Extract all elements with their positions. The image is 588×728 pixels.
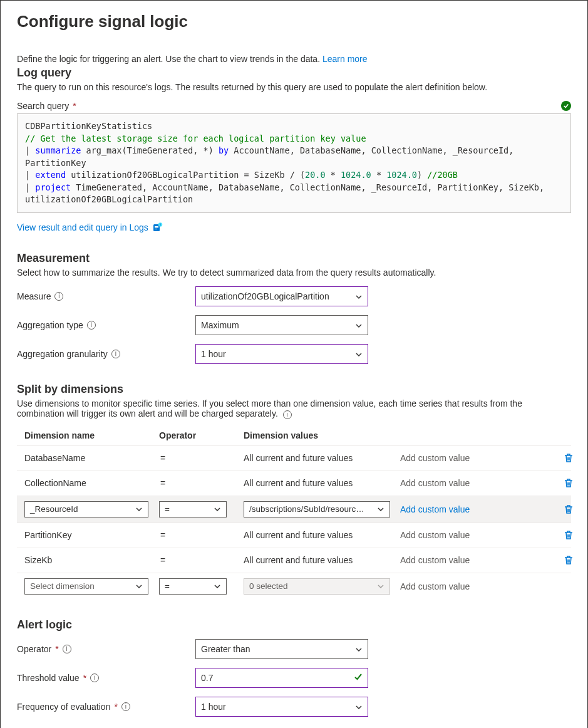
col-dimension-name: Dimension name <box>24 430 159 440</box>
info-icon[interactable]: i <box>121 702 130 711</box>
section-alert-logic: Alert logic <box>17 618 571 632</box>
logs-icon <box>152 222 163 233</box>
check-icon <box>354 672 363 683</box>
dimension-operator: = <box>159 530 244 540</box>
chevron-down-icon <box>355 350 363 358</box>
dimension-name-select[interactable]: _ResourceId <box>24 501 148 517</box>
dimension-row: _ResourceId = /subscriptions/SubId/resou… <box>17 496 571 523</box>
dimension-operator: = <box>159 453 244 463</box>
dimension-operator-select[interactable]: = <box>159 501 227 517</box>
dimensions-desc: Use dimensions to monitor specific time … <box>17 398 522 419</box>
frequency-label: Frequency of evaluation <box>17 702 110 712</box>
measurement-desc: Select how to summarize the results. We … <box>17 268 571 278</box>
col-operator: Operator <box>159 430 244 440</box>
chevron-down-icon <box>135 583 143 590</box>
delete-icon[interactable] <box>563 554 574 566</box>
add-custom-value[interactable]: Add custom value <box>400 453 470 463</box>
dimension-row: SizeKb = All current and future values A… <box>17 548 571 573</box>
dimension-value-select[interactable]: /subscriptions/SubId/resourc… <box>244 501 390 517</box>
info-icon[interactable]: i <box>54 292 63 301</box>
dimension-row-new: Select dimension = 0 selected Add custom… <box>17 573 571 600</box>
info-icon[interactable]: i <box>90 673 99 682</box>
required-indicator: * <box>83 673 86 683</box>
page-title: Configure signal logic <box>17 12 571 31</box>
required-indicator: * <box>114 702 117 712</box>
operator-select[interactable]: Greater than <box>195 639 368 659</box>
dimension-operator: = <box>159 478 244 488</box>
add-custom-value[interactable]: Add custom value <box>400 555 470 565</box>
svg-rect-5 <box>160 224 160 225</box>
svg-rect-1 <box>155 226 158 227</box>
aggregation-type-label: Aggregation type <box>17 320 83 330</box>
log-query-desc: The query to run on this resource's logs… <box>17 82 571 92</box>
threshold-label: Threshold value <box>17 673 80 683</box>
info-icon[interactable]: i <box>283 410 292 419</box>
view-in-logs-link[interactable]: View result and edit query in Logs <box>17 222 148 232</box>
dimensions-table: Dimension name Operator Dimension values… <box>17 425 571 600</box>
chevron-down-icon <box>135 506 143 513</box>
add-custom-value: Add custom value <box>400 581 470 591</box>
svg-rect-6 <box>160 226 160 226</box>
info-icon[interactable]: i <box>87 321 96 330</box>
chevron-down-icon <box>355 321 363 329</box>
delete-icon[interactable] <box>563 504 574 515</box>
aggregation-granularity-select[interactable]: 1 hour <box>195 344 368 364</box>
delete-icon[interactable] <box>563 529 574 541</box>
aggregation-type-select[interactable]: Maximum <box>195 315 368 335</box>
chevron-down-icon <box>355 703 363 710</box>
chevron-down-icon <box>355 293 363 300</box>
chevron-down-icon <box>355 645 363 653</box>
dimension-value: All current and future values <box>244 555 400 565</box>
query-editor[interactable]: CDBPartitionKeyStatistics // Get the lat… <box>17 113 571 213</box>
svg-rect-2 <box>155 227 158 228</box>
dimension-row: CollectionName = All current and future … <box>17 471 571 496</box>
dimension-value: All current and future values <box>244 530 400 540</box>
dimension-operator-select[interactable]: = <box>159 578 227 595</box>
add-custom-value[interactable]: Add custom value <box>400 504 470 514</box>
measure-select[interactable]: utilizationOf20GBLogicalPartition <box>195 286 368 306</box>
required-indicator: * <box>73 101 76 111</box>
delete-icon[interactable] <box>563 452 574 464</box>
dimension-operator: = <box>159 555 244 565</box>
threshold-input[interactable]: 0.7 <box>195 668 368 688</box>
section-measurement: Measurement <box>17 252 571 265</box>
chevron-down-icon <box>214 583 221 590</box>
section-dimensions: Split by dimensions <box>17 383 571 396</box>
required-indicator: * <box>55 644 58 654</box>
dimension-row: PartitionKey = All current and future va… <box>17 523 571 548</box>
learn-more-link[interactable]: Learn more <box>322 54 368 64</box>
dimension-name: SizeKb <box>24 555 159 565</box>
intro-text: Define the logic for triggering an alert… <box>17 54 320 64</box>
dimension-value: All current and future values <box>244 478 400 488</box>
col-dimension-values: Dimension values <box>244 430 400 440</box>
dimension-row: DatabaseName = All current and future va… <box>17 445 571 471</box>
operator-label: Operator <box>17 644 51 654</box>
chevron-down-icon <box>214 506 221 513</box>
add-custom-value[interactable]: Add custom value <box>400 478 470 488</box>
chevron-down-icon <box>377 506 384 513</box>
search-query-label: Search query <box>17 101 69 111</box>
dimension-name-select[interactable]: Select dimension <box>24 578 148 595</box>
frequency-select[interactable]: 1 hour <box>195 697 368 717</box>
chevron-down-icon <box>377 583 384 590</box>
info-icon[interactable]: i <box>111 350 120 358</box>
add-custom-value[interactable]: Add custom value <box>400 530 470 540</box>
valid-icon <box>561 101 571 111</box>
svg-rect-3 <box>155 229 157 229</box>
section-log-query: Log query <box>17 66 571 80</box>
delete-icon[interactable] <box>563 477 574 489</box>
measure-label: Measure <box>17 291 51 301</box>
dimension-value-select[interactable]: 0 selected <box>244 578 390 595</box>
dimension-name: PartitionKey <box>24 530 159 540</box>
dimension-value: All current and future values <box>244 453 400 463</box>
dimension-name: DatabaseName <box>24 453 159 463</box>
dimension-name: CollectionName <box>24 478 159 488</box>
info-icon[interactable]: i <box>63 645 71 653</box>
aggregation-granularity-label: Aggregation granularity <box>17 349 108 359</box>
